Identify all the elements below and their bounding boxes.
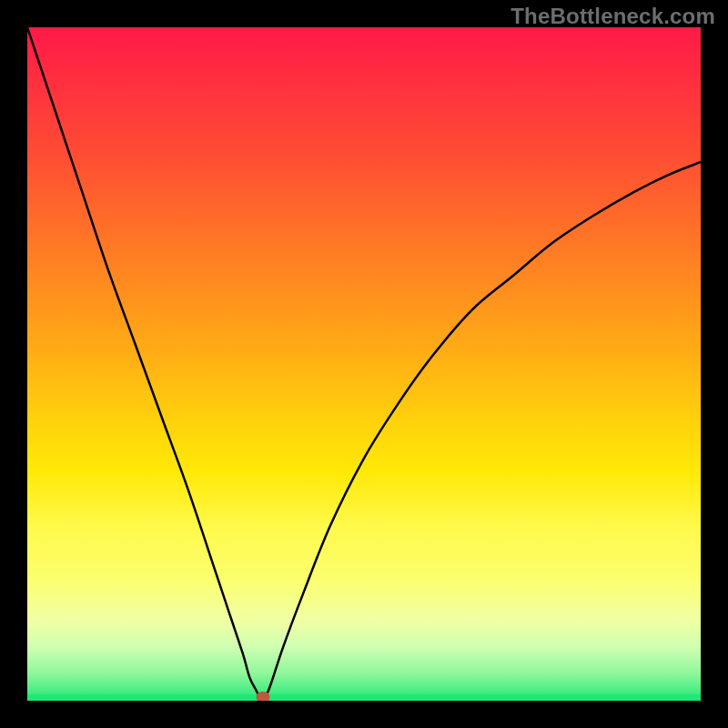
plot-area	[27, 27, 701, 701]
curve-path	[27, 27, 701, 701]
chart-container: TheBottleneck.com	[0, 0, 728, 728]
watermark-text: TheBottleneck.com	[511, 4, 715, 29]
curve-svg	[27, 27, 701, 701]
marker-dot	[257, 692, 270, 701]
